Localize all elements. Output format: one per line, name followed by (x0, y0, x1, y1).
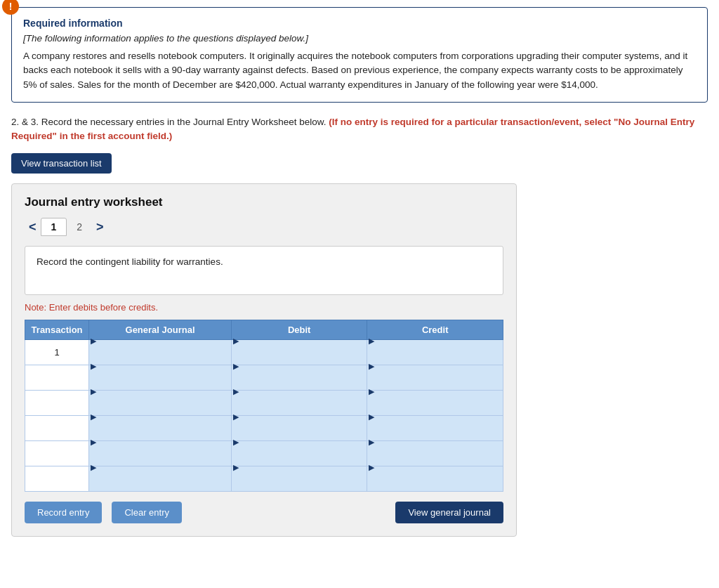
debit-input[interactable] (232, 447, 367, 471)
next-arrow-button[interactable]: > (92, 218, 108, 236)
journal-arrow-icon: ▶ (89, 387, 96, 396)
transaction-cell (25, 416, 89, 441)
instructions-prefix: 2. & 3. Record the necessary entries in … (11, 117, 326, 127)
credit-input[interactable] (367, 396, 503, 421)
journal-input[interactable] (89, 346, 231, 370)
col-credit-header: Credit (367, 320, 503, 340)
credit-input[interactable] (367, 447, 503, 471)
info-subtitle: [The following information applies to th… (23, 33, 696, 44)
credit-arrow-icon: ▶ (367, 438, 374, 447)
journal-arrow-icon: ▶ (89, 362, 96, 371)
view-general-journal-button[interactable]: View general journal (395, 502, 503, 523)
debit-arrow-icon: ▶ (232, 337, 239, 346)
journal-input[interactable] (89, 396, 231, 421)
info-title: Required information (23, 18, 696, 29)
debit-input[interactable] (232, 396, 367, 421)
instructions: 2. & 3. Record the necessary entries in … (11, 115, 708, 144)
col-debit-header: Debit (231, 320, 367, 340)
credit-arrow-icon: ▶ (367, 362, 374, 371)
journal-arrow-icon: ▶ (89, 463, 96, 472)
worksheet-title: Journal entry worksheet (25, 195, 503, 209)
credit-input[interactable] (367, 346, 503, 370)
journal-input[interactable] (89, 472, 231, 497)
journal-entry-worksheet: Journal entry worksheet < 1 2 > Record t… (11, 183, 517, 537)
journal-arrow-icon: ▶ (89, 337, 96, 346)
credit-input[interactable] (367, 422, 503, 446)
transaction-cell (25, 466, 89, 492)
journal-input[interactable] (89, 447, 231, 471)
journal-input[interactable] (89, 422, 231, 446)
transaction-cell (25, 391, 89, 416)
note: Note: Enter debits before credits. (25, 302, 503, 313)
info-icon: ! (2, 0, 19, 15)
transaction-cell: 1 (25, 340, 89, 365)
transaction-cell (25, 441, 89, 466)
view-transaction-list-button[interactable]: View transaction list (11, 153, 112, 174)
credit-input[interactable] (367, 371, 503, 396)
journal-table: Transaction General Journal Debit Credit… (25, 320, 503, 492)
debit-input[interactable] (232, 371, 367, 396)
debit-input[interactable] (232, 346, 367, 370)
debit-arrow-icon: ▶ (232, 438, 239, 447)
debit-input[interactable] (232, 422, 367, 446)
info-box: ! Required information [The following in… (11, 7, 708, 103)
clear-entry-button[interactable]: Clear entry (112, 502, 182, 523)
record-entry-button[interactable]: Record entry (25, 502, 102, 523)
table-row: 1▶▶▶ (25, 340, 503, 365)
task-description: Record the contingent liability for warr… (25, 246, 503, 295)
tab-navigation: < 1 2 > (25, 218, 503, 236)
tab-1[interactable]: 1 (41, 218, 67, 236)
debit-arrow-icon: ▶ (232, 387, 239, 396)
bottom-buttons: Record entry Clear entry View general jo… (25, 502, 503, 523)
info-body: A company restores and resells notebook … (23, 49, 696, 92)
credit-arrow-icon: ▶ (367, 412, 374, 422)
journal-arrow-icon: ▶ (89, 412, 96, 422)
journal-arrow-icon: ▶ (89, 438, 96, 447)
credit-arrow-icon: ▶ (367, 387, 374, 396)
credit-arrow-icon: ▶ (367, 463, 374, 472)
transaction-cell (25, 365, 89, 391)
credit-input[interactable] (367, 472, 503, 497)
journal-cell[interactable]: ▶ (89, 340, 232, 365)
debit-arrow-icon: ▶ (232, 412, 239, 422)
credit-arrow-icon: ▶ (367, 337, 374, 346)
col-transaction-header: Transaction (25, 320, 89, 340)
debit-input[interactable] (232, 472, 367, 497)
tab-2[interactable]: 2 (67, 218, 92, 235)
prev-arrow-button[interactable]: < (25, 218, 41, 236)
debit-arrow-icon: ▶ (232, 362, 239, 371)
credit-cell[interactable]: ▶ (367, 340, 503, 365)
debit-arrow-icon: ▶ (232, 463, 239, 472)
col-journal-header: General Journal (89, 320, 232, 340)
debit-cell[interactable]: ▶ (231, 340, 367, 365)
journal-input[interactable] (89, 371, 231, 396)
